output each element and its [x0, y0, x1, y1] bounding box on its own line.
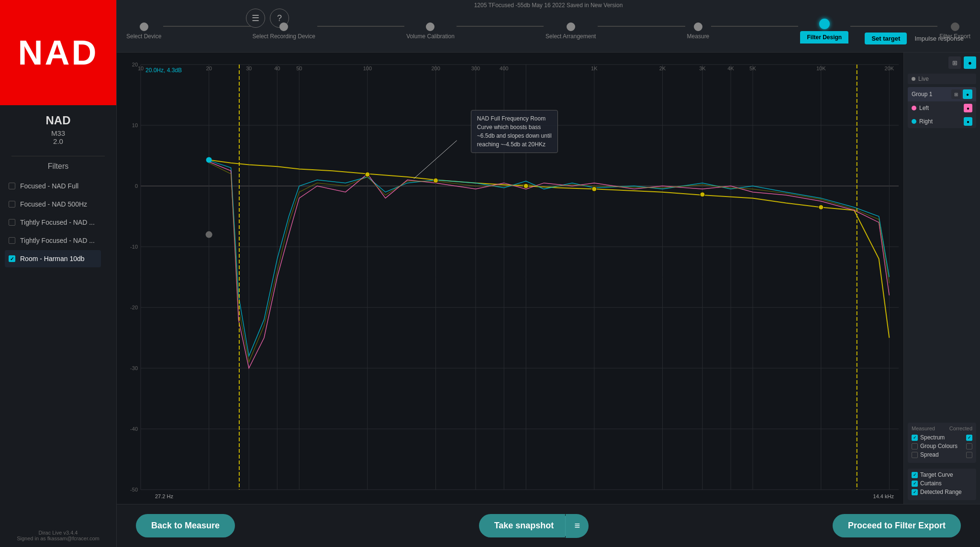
groupcolours-label: Group Colours	[920, 443, 958, 449]
mc-spectrum-row: ✓ Spectrum ✓	[912, 434, 972, 441]
nav-connector	[598, 26, 685, 27]
chart-container: 20 10 0 -10 -20 -30 -40 -50 20.0Hz, 4.3d…	[117, 53, 980, 504]
logo-area: NAD	[0, 0, 116, 105]
nav-dot	[694, 22, 702, 31]
filter-label: Tightly Focused - NAD ...	[20, 237, 95, 244]
filter-item[interactable]: Focused - NAD 500Hz	[5, 196, 101, 213]
freq-marker-left: 27.2 Hz	[155, 493, 173, 499]
curtains-row: ✓ Curtains	[912, 480, 972, 487]
filter-label: Focused - NAD Full	[20, 182, 78, 190]
spectrum-label: Spectrum	[920, 434, 945, 441]
nav-dot	[279, 22, 288, 31]
spectrum-measured-checkbox[interactable]: ✓	[912, 435, 918, 441]
back-button[interactable]: Back to Measure	[136, 514, 235, 537]
sidebar-divider	[11, 156, 104, 156]
mc-header: Measured Corrected	[912, 426, 972, 431]
panel-spacer	[908, 131, 976, 420]
group-header: Group 1 ⊞ ●	[908, 87, 976, 101]
filter-checkbox[interactable]	[9, 201, 15, 208]
nav-connector	[317, 26, 404, 27]
right-panel: ⊞ ● Live Group 1 ⊞ ● Left	[903, 53, 980, 504]
spectrum-corrected-checkbox[interactable]: ✓	[966, 435, 972, 441]
filter-list: Focused - NAD Full Focused - NAD 500Hz T…	[0, 177, 116, 268]
device-info: NAD M33 2.0	[46, 114, 71, 145]
group-label: Group 1	[912, 91, 932, 98]
nav-step-label: Select Device	[126, 33, 161, 40]
nav-step-select-device[interactable]: Select Device	[126, 22, 161, 40]
nav-dot	[819, 19, 830, 29]
nav-connector	[850, 26, 937, 27]
measured-corrected-panel: Measured Corrected ✓ Spectrum ✓ Group Co…	[908, 423, 976, 463]
nav-dot	[567, 22, 575, 31]
panel-toggle-button[interactable]: ●	[964, 56, 976, 69]
subtab-set-target[interactable]: Set target	[865, 33, 907, 44]
detected-range-checkbox[interactable]: ✓	[912, 489, 918, 495]
live-indicator: Live	[908, 74, 976, 84]
live-label: Live	[918, 76, 929, 82]
detected-range-label: Detected Range	[920, 489, 962, 495]
filter-checkbox[interactable]	[9, 255, 15, 262]
nav-step-filter-design[interactable]: Filter Design	[800, 19, 848, 44]
filter-checkbox[interactable]	[9, 237, 15, 244]
curtains-checkbox[interactable]: ✓	[912, 481, 918, 487]
filter-item[interactable]: Tightly Focused - NAD ...	[5, 214, 101, 231]
bottom-bar: Back to Measure Take snapshot ≡ Proceed …	[117, 504, 980, 547]
snapshot-wrapper: Take snapshot ≡	[479, 514, 589, 538]
filter-checkbox[interactable]	[9, 219, 15, 226]
filter-label: Tightly Focused - NAD ...	[20, 219, 95, 226]
corrected-label: Corrected	[949, 426, 972, 431]
group-toggle-btn[interactable]: ●	[963, 89, 972, 99]
right-channel-toggle[interactable]: ●	[964, 117, 972, 126]
group-icon-buttons: ⊞ ●	[951, 89, 972, 99]
proceed-button[interactable]: Proceed to Filter Export	[833, 514, 961, 537]
groupcolours-corrected-checkbox[interactable]	[966, 443, 972, 449]
left-channel-toggle[interactable]: ●	[964, 104, 972, 112]
signed-in-info: Dirac Live v3.4.4 Signed in as fkassam@f…	[17, 530, 100, 541]
filter-label: Room - Harman 10db	[20, 255, 85, 263]
groupcolours-measured-checkbox[interactable]	[912, 443, 918, 449]
nav-step-label: Select Recording Device	[253, 33, 315, 40]
filter-item[interactable]: Room - Harman 10db	[5, 250, 101, 267]
main-area: 1205 TFocused -55db May 16 2022 Saved in…	[117, 0, 980, 547]
nav-step-select-arrangement[interactable]: Select Arrangement	[546, 22, 596, 40]
measured-label: Measured	[912, 426, 935, 431]
target-curve-checkbox[interactable]: ✓	[912, 472, 918, 478]
freq-marker-right: 14.4 kHz	[873, 493, 894, 499]
filter-checkbox[interactable]	[9, 183, 15, 189]
panel-icons-row: ⊞ ●	[908, 56, 976, 69]
subtab-impulse-response[interactable]: Impulse response	[908, 33, 970, 44]
curtains-label: Curtains	[920, 480, 942, 487]
nav-step-volume-calibration[interactable]: Volume Calibration	[406, 22, 455, 40]
snapshot-options-button[interactable]: ≡	[566, 514, 589, 538]
nav-title: 1205 TFocused -55db May 16 2022 Saved in…	[126, 0, 970, 10]
detected-range-row: ✓ Detected Range	[912, 489, 972, 495]
top-navigation: 1205 TFocused -55db May 16 2022 Saved in…	[117, 0, 980, 53]
frequency-chart[interactable]	[117, 53, 903, 504]
filter-item[interactable]: Focused - NAD Full	[5, 177, 101, 195]
device-model: M33	[46, 129, 71, 137]
filter-item[interactable]: Tightly Focused - NAD ...	[5, 232, 101, 249]
nav-step-measure[interactable]: Measure	[687, 22, 710, 40]
spread-measured-checkbox[interactable]	[912, 452, 918, 458]
panel-grid-button[interactable]: ⊞	[948, 56, 961, 69]
nav-dot	[140, 22, 148, 31]
nav-step-select-recording-device[interactable]: Select Recording Device	[253, 22, 315, 40]
subtabs: Set targetImpulse response	[865, 33, 970, 44]
channel-right: Right ●	[908, 115, 976, 128]
nad-logo: NAD	[18, 33, 99, 72]
nav-dot	[951, 22, 959, 31]
extra-options-panel: ✓ Target Curve ✓ Curtains ✓ Detected Ran…	[908, 469, 976, 500]
nav-dot	[426, 22, 434, 31]
group-grid-btn[interactable]: ⊞	[951, 89, 961, 99]
nav-connector	[457, 26, 544, 27]
spread-corrected-checkbox[interactable]	[966, 452, 972, 458]
nav-connector	[163, 26, 250, 27]
live-dot	[912, 77, 915, 81]
channel-left: Left ●	[908, 101, 976, 115]
target-curve-label: Target Curve	[920, 471, 953, 478]
mc-groupcolours-row: Group Colours	[912, 443, 972, 449]
nav-step-label: Select Arrangement	[546, 33, 596, 40]
nav-step-label: Volume Calibration	[406, 33, 455, 40]
device-name: NAD	[46, 114, 71, 127]
take-snapshot-button[interactable]: Take snapshot	[479, 514, 566, 537]
